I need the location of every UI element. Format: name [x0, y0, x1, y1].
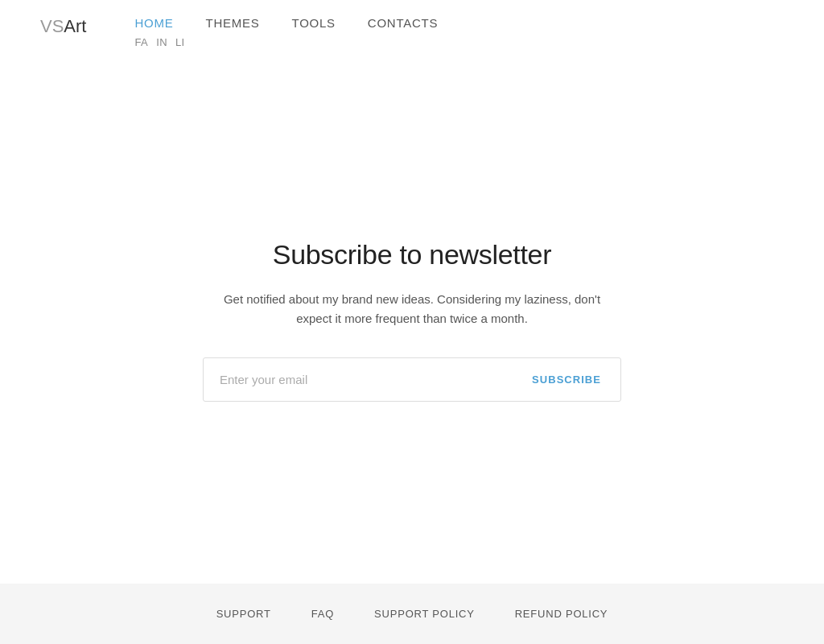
footer-faq[interactable]: FAQ	[311, 608, 334, 620]
subscribe-section: Subscribe to newsletter Get notified abo…	[203, 239, 621, 402]
social-links: FA IN LI	[134, 36, 438, 48]
nav-wrapper: HOME THEMES TOOLS CONTACTS FA IN LI	[134, 16, 438, 48]
nav-home[interactable]: HOME	[134, 16, 173, 30]
header: VSArt HOME THEMES TOOLS CONTACTS FA IN L…	[0, 0, 824, 56]
footer-support-policy[interactable]: SUPPORT POLICY	[374, 608, 475, 620]
email-input[interactable]	[204, 358, 513, 401]
social-in[interactable]: IN	[156, 36, 167, 48]
main-content: Subscribe to newsletter Get notified abo…	[0, 56, 824, 584]
social-li[interactable]: LI	[175, 36, 185, 48]
main-nav: HOME THEMES TOOLS CONTACTS	[134, 16, 438, 30]
logo[interactable]: VSArt	[40, 16, 86, 37]
logo-art: Art	[64, 16, 86, 37]
footer-support[interactable]: SUPPORT	[216, 608, 271, 620]
footer-refund-policy[interactable]: REFUND POLICY	[515, 608, 608, 620]
logo-vs: VS	[40, 16, 64, 37]
nav-contacts[interactable]: CONTACTS	[368, 16, 438, 30]
subscribe-title: Subscribe to newsletter	[273, 239, 552, 270]
social-fa[interactable]: FA	[134, 36, 148, 48]
subscribe-button[interactable]: SUBSCRIBE	[513, 359, 620, 400]
nav-tools[interactable]: TOOLS	[292, 16, 336, 30]
nav-themes[interactable]: THEMES	[205, 16, 259, 30]
subscribe-form: SUBSCRIBE	[203, 357, 621, 402]
footer: SUPPORT FAQ SUPPORT POLICY REFUND POLICY	[0, 584, 824, 644]
subscribe-description: Get notified about my brand new ideas. C…	[219, 290, 605, 328]
